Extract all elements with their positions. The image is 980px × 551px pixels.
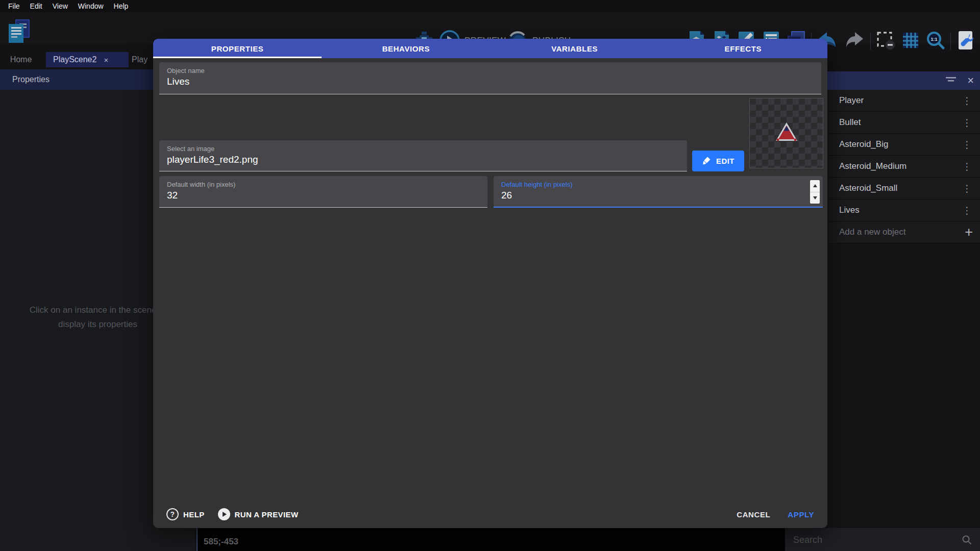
object-row-player[interactable]: Player ⋮ [829, 90, 980, 112]
object-row-bullet[interactable]: Bullet ⋮ [829, 112, 980, 134]
default-width-input[interactable] [167, 190, 464, 201]
stepper-down-button[interactable] [810, 192, 820, 204]
add-new-object-button[interactable]: Add a new object + [829, 221, 980, 243]
menu-help[interactable]: Help [109, 2, 134, 10]
default-width-field: Default width (in pixels) [159, 176, 487, 208]
object-row-asteroid-medium[interactable]: Asteroid_Medium ⋮ [829, 156, 980, 178]
object-row-asteroid-small[interactable]: Asteroid_Small ⋮ [829, 178, 980, 199]
toolbar-divider [870, 33, 871, 50]
edit-image-button[interactable]: EDIT [692, 151, 744, 171]
tab-behaviors[interactable]: BEHAVIORS [322, 39, 490, 58]
objects-list: Player ⋮ Bullet ⋮ Asteroid_Big ⋮ Asteroi… [829, 90, 980, 243]
menu-view[interactable]: View [47, 2, 73, 10]
tab-playscene2[interactable]: PlayScene2 × [46, 52, 129, 67]
redo-icon[interactable] [843, 30, 866, 53]
object-name-input[interactable] [167, 76, 781, 87]
plus-icon: + [964, 226, 974, 239]
tab-properties[interactable]: PROPERTIES [153, 39, 322, 58]
menu-edit[interactable]: Edit [25, 2, 47, 10]
help-icon: ? [166, 508, 179, 520]
search-icon [962, 535, 972, 547]
sprite-thumbnail[interactable] [749, 98, 823, 168]
kebab-menu-icon[interactable]: ⋮ [960, 140, 974, 149]
object-name-field: Object name [159, 62, 821, 94]
object-row-lives[interactable]: Lives ⋮ [829, 199, 980, 221]
filter-icon[interactable] [945, 74, 957, 87]
cursor-coordinates: 585;-453 [204, 537, 238, 547]
object-row-asteroid-big[interactable]: Asteroid_Big ⋮ [829, 134, 980, 156]
image-filename: playerLife3_red2.png [167, 154, 654, 165]
object-name-label: Object name [167, 67, 814, 74]
select-image-field[interactable]: Select an image playerLife3_red2.png [159, 140, 687, 171]
kebab-menu-icon[interactable]: ⋮ [960, 206, 974, 215]
kebab-menu-icon[interactable]: ⋮ [960, 184, 974, 193]
debugger-wrench-icon[interactable] [955, 30, 976, 53]
search-input[interactable] [792, 528, 952, 551]
dialog-tab-bar: PROPERTIES BEHAVIORS VARIABLES EFFECTS [153, 39, 827, 58]
gdevelop-window: File Edit View Window Help [0, 0, 980, 551]
default-height-input[interactable] [501, 190, 799, 201]
scene-canvas[interactable]: 585;-453 [197, 528, 786, 551]
svg-text:1:1: 1:1 [930, 37, 937, 42]
menu-window[interactable]: Window [73, 2, 109, 10]
cancel-button[interactable]: CANCEL [737, 510, 770, 519]
kebab-menu-icon[interactable]: ⋮ [960, 118, 974, 128]
paintbrush-icon [702, 156, 712, 167]
default-height-field: Default height (in pixels) [494, 176, 823, 208]
project-manager-icon[interactable] [7, 19, 31, 46]
tab-close-icon[interactable]: × [104, 56, 108, 64]
play-icon [218, 508, 230, 520]
select-image-label: Select an image [167, 145, 679, 153]
toolbar-divider [950, 33, 951, 50]
dialog-footer: ? HELP RUN A PREVIEW CANCEL APPLY [153, 500, 827, 528]
kebab-menu-icon[interactable]: ⋮ [960, 162, 974, 171]
run-preview-button[interactable]: RUN A PREVIEW [218, 508, 299, 520]
zoom-original-icon[interactable]: 1:1 [925, 30, 946, 53]
grid-icon[interactable] [900, 30, 921, 53]
tab-home[interactable]: Home [6, 52, 36, 67]
kebab-menu-icon[interactable]: ⋮ [960, 96, 974, 106]
menu-file[interactable]: File [3, 2, 25, 10]
number-stepper [810, 180, 820, 204]
ship-sprite-image [774, 121, 799, 145]
default-width-label: Default width (in pixels) [167, 181, 480, 188]
stepper-up-button[interactable] [810, 180, 820, 192]
object-editor-dialog: PROPERTIES BEHAVIORS VARIABLES EFFECTS O… [153, 39, 827, 528]
tab-variables[interactable]: VARIABLES [491, 39, 659, 58]
clear-selection-icon[interactable] [875, 30, 896, 53]
default-height-label: Default height (in pixels) [501, 181, 815, 188]
objects-search-bar [785, 528, 980, 551]
tab-effects[interactable]: EFFECTS [659, 39, 827, 58]
apply-button[interactable]: APPLY [788, 510, 814, 519]
close-panel-icon[interactable]: × [967, 75, 974, 86]
help-button[interactable]: ? HELP [166, 508, 205, 520]
menu-bar: File Edit View Window Help [0, 0, 980, 12]
